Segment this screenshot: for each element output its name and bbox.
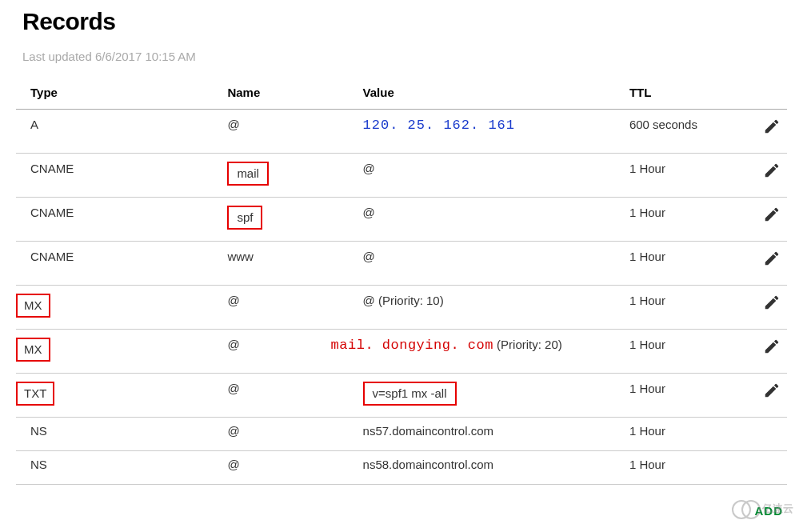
edit-icon[interactable] (763, 338, 781, 355)
cell-type: MX (16, 330, 221, 374)
cell-ttl: 1 Hour (623, 374, 750, 418)
cell-value: mail. dongying. com (Priority: 20) (357, 330, 623, 374)
table-row: NS @ ns58.domaincontrol.com 1 Hour (16, 451, 787, 485)
cell-name: @ (221, 110, 356, 154)
cell-type: CNAME (16, 154, 221, 198)
edit-icon[interactable] (763, 294, 781, 311)
column-header-ttl: TTL (623, 78, 750, 110)
edit-icon[interactable] (763, 206, 781, 223)
cell-edit (750, 451, 787, 485)
cell-value: @ (357, 154, 623, 198)
cell-name: spf (221, 198, 356, 242)
table-row: MX @ mail. dongying. com (Priority: 20) … (16, 330, 787, 374)
cell-name: @ (221, 418, 356, 451)
cell-edit (750, 374, 787, 418)
last-updated: Last updated 6/6/2017 10:15 AM (22, 50, 781, 63)
add-button[interactable]: ADD (755, 504, 784, 518)
column-header-type: Type (16, 78, 221, 110)
cell-edit (750, 242, 787, 286)
cell-edit (750, 286, 787, 330)
cell-ttl: 1 Hour (623, 418, 750, 451)
table-row: CNAME mail @ 1 Hour (16, 154, 787, 198)
cell-type: CNAME (16, 198, 221, 242)
records-table: Type Name Value TTL A @ 120. 25. 162. 16… (16, 78, 787, 485)
cell-value: @ (357, 242, 623, 286)
value-text: 120. 25. 162. 161 (363, 118, 515, 133)
edit-icon[interactable] (763, 250, 781, 267)
highlight-box: v=spf1 mx -all (363, 382, 457, 406)
cell-edit (750, 330, 787, 374)
cell-ttl: 600 seconds (623, 110, 750, 154)
cell-edit (750, 198, 787, 242)
cell-type: NS (16, 451, 221, 485)
table-header-row: Type Name Value TTL (16, 78, 787, 110)
highlight-box: mail (227, 162, 269, 186)
table-row: MX @ @ (Priority: 10) 1 Hour (16, 286, 787, 330)
edit-icon[interactable] (763, 162, 781, 179)
cell-value: v=spf1 mx -all (357, 374, 623, 418)
cell-type: A (16, 110, 221, 154)
column-header-name: Name (221, 78, 356, 110)
table-row: TXT @ v=spf1 mx -all 1 Hour (16, 374, 787, 418)
cell-type: NS (16, 418, 221, 451)
cell-value: ns57.domaincontrol.com (357, 418, 623, 451)
cell-ttl: 1 Hour (623, 198, 750, 242)
cell-edit (750, 154, 787, 198)
table-row: A @ 120. 25. 162. 161 600 seconds (16, 110, 787, 154)
cell-name: mail (221, 154, 356, 198)
cell-ttl: 1 Hour (623, 451, 750, 485)
cell-value: @ (Priority: 10) (357, 286, 623, 330)
cell-name: www (221, 242, 356, 286)
cell-value: @ (357, 198, 623, 242)
cell-name: @ (221, 286, 356, 330)
table-row: CNAME www @ 1 Hour (16, 242, 787, 286)
cell-type: TXT (16, 374, 221, 418)
cell-ttl: 1 Hour (623, 286, 750, 330)
cell-name: @ (221, 451, 356, 485)
highlight-box: spf (227, 206, 262, 230)
cell-name: @ (221, 374, 356, 418)
cell-value: 120. 25. 162. 161 (357, 110, 623, 154)
cell-ttl: 1 Hour (623, 154, 750, 198)
table-row: NS @ ns57.domaincontrol.com 1 Hour (16, 418, 787, 451)
cell-type: MX (16, 286, 221, 330)
value-text-highlight: mail. dongying. com (331, 338, 493, 353)
cell-ttl: 1 Hour (623, 242, 750, 286)
highlight-box: MX (16, 294, 50, 318)
column-header-value: Value (357, 78, 623, 110)
highlight-box: MX (16, 338, 50, 362)
column-header-edit (750, 78, 787, 110)
page-title: Records (22, 8, 781, 35)
highlight-box: TXT (16, 382, 54, 406)
value-text-suffix: (Priority: 20) (497, 338, 562, 351)
cell-edit (750, 110, 787, 154)
page-header: Records Last updated 6/6/2017 10:15 AM (0, 0, 803, 63)
edit-icon[interactable] (763, 382, 781, 399)
cell-ttl: 1 Hour (623, 330, 750, 374)
edit-icon[interactable] (763, 118, 781, 135)
cell-value: ns58.domaincontrol.com (357, 451, 623, 485)
cell-type: CNAME (16, 242, 221, 286)
table-row: CNAME spf @ 1 Hour (16, 198, 787, 242)
cell-edit (750, 418, 787, 451)
